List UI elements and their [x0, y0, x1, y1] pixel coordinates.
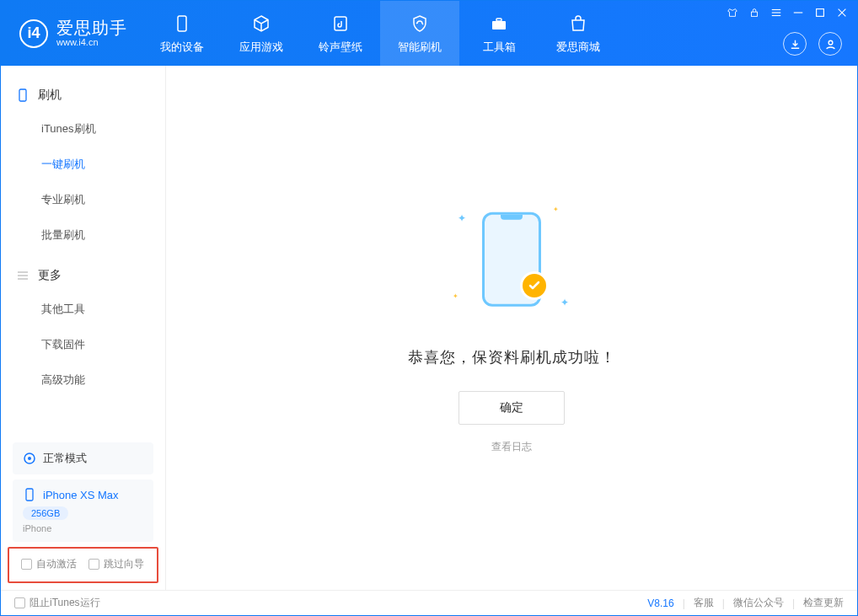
tab-toolbox[interactable]: 工具箱 — [459, 1, 539, 66]
view-log-link[interactable]: 查看日志 — [491, 440, 532, 454]
logo-text: 爱思助手 www.i4.cn — [56, 19, 127, 47]
svg-point-12 — [829, 40, 833, 45]
tab-label: 应用游戏 — [239, 40, 283, 55]
svg-rect-13 — [19, 89, 26, 101]
sidebar-header-more: 更多 — [1, 260, 165, 292]
checkbox-box — [14, 597, 25, 608]
refresh-shield-icon — [409, 13, 431, 35]
tab-label: 工具箱 — [483, 40, 516, 55]
footer-link-wechat[interactable]: 微信公众号 — [733, 596, 784, 610]
sparkle-icon: ✦ — [453, 292, 458, 300]
checkbox-label: 自动激活 — [36, 557, 77, 571]
logo-area: i4 爱思助手 www.i4.cn — [1, 19, 142, 47]
header-actions — [783, 32, 842, 56]
svg-rect-9 — [817, 9, 824, 17]
app-body: 刷机 iTunes刷机 一键刷机 专业刷机 批量刷机 更多 其他工具 下载固件 … — [1, 66, 857, 590]
toolbox-icon — [488, 13, 510, 35]
checkbox-block-itunes[interactable]: 阻止iTunes运行 — [14, 596, 100, 610]
success-illustration: ✦ ✦ ✦ ✦ — [453, 202, 571, 320]
sidebar-item-pro[interactable]: 专业刷机 — [1, 182, 165, 217]
sidebar-header-flash: 刷机 — [1, 79, 165, 111]
phone-notch — [501, 214, 523, 219]
minimize-button[interactable] — [791, 6, 805, 19]
checkbox-skip-guide[interactable]: 跳过向导 — [88, 557, 144, 571]
menu-icon[interactable] — [770, 6, 783, 19]
device-icon — [16, 88, 29, 102]
phone-small-icon — [23, 488, 36, 501]
svg-rect-1 — [335, 17, 346, 30]
sparkle-icon: ✦ — [553, 206, 559, 213]
footer-right: V8.16 | 客服 | 微信公众号 | 检查更新 — [647, 596, 844, 610]
sidebar-item-other-tools[interactable]: 其他工具 — [1, 292, 165, 327]
sidebar-item-itunes[interactable]: iTunes刷机 — [1, 111, 165, 147]
svg-rect-19 — [26, 489, 33, 501]
separator: | — [722, 597, 725, 609]
maximize-button[interactable] — [813, 6, 827, 19]
mode-box[interactable]: 正常模式 — [13, 442, 153, 474]
checkbox-box — [21, 559, 32, 570]
list-icon — [16, 269, 29, 282]
version-label: V8.16 — [647, 597, 673, 609]
download-button[interactable] — [783, 32, 807, 56]
checkbox-label: 阻止iTunes运行 — [29, 596, 100, 610]
device-name-row: iPhone XS Max — [23, 488, 119, 501]
sidebar-item-download-fw[interactable]: 下载固件 — [1, 327, 165, 362]
footer-link-support[interactable]: 客服 — [694, 596, 714, 610]
checkbox-row-highlight: 自动激活 跳过向导 — [8, 547, 158, 583]
window-controls — [726, 6, 849, 19]
device-box[interactable]: iPhone XS Max 256GB iPhone — [13, 479, 153, 542]
app-header: i4 爱思助手 www.i4.cn 我的设备 应用游戏 铃声壁纸 智能刷机 工具… — [1, 1, 857, 66]
user-button[interactable] — [818, 32, 842, 56]
tab-store[interactable]: 爱思商城 — [539, 1, 618, 66]
tab-smart-flash[interactable]: 智能刷机 — [380, 1, 459, 66]
tab-label: 我的设备 — [160, 40, 204, 55]
tab-my-device[interactable]: 我的设备 — [142, 1, 222, 66]
svg-rect-2 — [492, 21, 506, 29]
footer-link-update[interactable]: 检查更新 — [803, 596, 844, 610]
check-badge-icon — [520, 271, 549, 300]
lock-icon[interactable] — [748, 6, 761, 19]
checkbox-box — [88, 559, 99, 570]
app-subtitle: www.i4.cn — [56, 37, 127, 47]
tab-label: 智能刷机 — [398, 40, 442, 55]
mode-label: 正常模式 — [43, 451, 87, 466]
main-content: ✦ ✦ ✦ ✦ 恭喜您，保资料刷机成功啦！ 确定 查看日志 — [166, 66, 857, 590]
store-icon — [567, 13, 589, 35]
tab-apps-games[interactable]: 应用游戏 — [222, 1, 301, 66]
logo-icon: i4 — [19, 19, 48, 48]
separator: | — [683, 597, 685, 609]
sidebar-bottom: 正常模式 iPhone XS Max 256GB iPhone 自动激活 跳过向… — [1, 437, 165, 590]
sidebar-section-title: 更多 — [38, 268, 62, 283]
checkbox-auto-activate[interactable]: 自动激活 — [21, 557, 77, 571]
svg-rect-3 — [496, 19, 501, 21]
tab-label: 铃声壁纸 — [319, 40, 362, 55]
shirt-icon[interactable] — [726, 6, 739, 19]
close-button[interactable] — [835, 6, 849, 19]
sparkle-icon: ✦ — [560, 297, 569, 308]
footer: 阻止iTunes运行 V8.16 | 客服 | 微信公众号 | 检查更新 — [1, 590, 857, 615]
sidebar-item-oneclick[interactable]: 一键刷机 — [1, 147, 165, 182]
ok-button[interactable]: 确定 — [458, 391, 565, 425]
sidebar-section-title: 刷机 — [38, 88, 62, 103]
nav-tabs: 我的设备 应用游戏 铃声壁纸 智能刷机 工具箱 爱思商城 — [142, 1, 618, 66]
tab-label: 爱思商城 — [556, 40, 600, 55]
app-title: 爱思助手 — [56, 19, 127, 37]
sidebar-item-batch[interactable]: 批量刷机 — [1, 217, 165, 253]
success-message: 恭喜您，保资料刷机成功啦！ — [408, 347, 616, 367]
mode-icon — [23, 452, 36, 465]
sidebar-section-more: 更多 其他工具 下载固件 高级功能 — [1, 260, 165, 398]
cube-icon — [250, 13, 272, 35]
device-type: iPhone — [23, 523, 51, 533]
music-icon — [330, 13, 351, 35]
sidebar-item-advanced[interactable]: 高级功能 — [1, 362, 165, 398]
device-name: iPhone XS Max — [43, 489, 119, 501]
svg-point-18 — [28, 457, 31, 460]
sparkle-icon: ✦ — [458, 212, 466, 224]
device-storage-badge: 256GB — [23, 506, 68, 520]
svg-rect-0 — [178, 16, 186, 31]
checkbox-label: 跳过向导 — [104, 557, 144, 571]
phone-icon — [171, 13, 193, 35]
sidebar-section-flash: 刷机 iTunes刷机 一键刷机 专业刷机 批量刷机 — [1, 79, 165, 253]
tab-ringtones[interactable]: 铃声壁纸 — [301, 1, 380, 66]
sidebar: 刷机 iTunes刷机 一键刷机 专业刷机 批量刷机 更多 其他工具 下载固件 … — [1, 66, 166, 590]
